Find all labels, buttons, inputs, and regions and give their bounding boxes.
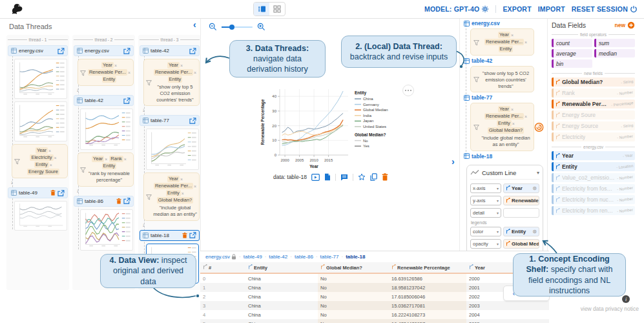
privacy-notice-link[interactable]: view data privacy notice bbox=[581, 306, 639, 312]
delete-table-icon[interactable] bbox=[50, 190, 56, 196]
new-field-button[interactable]: new bbox=[614, 21, 635, 29]
table-card[interactable]: table-42 bbox=[74, 95, 134, 106]
chat-icon[interactable] bbox=[340, 174, 348, 181]
table-card-header[interactable]: table-77 bbox=[140, 115, 200, 126]
model-selector[interactable]: MODEL: GPT-4O bbox=[424, 5, 489, 13]
export-table-icon[interactable] bbox=[123, 48, 130, 54]
operator-chip-average[interactable]: average bbox=[552, 49, 592, 57]
remove-token-icon[interactable]: × bbox=[511, 107, 514, 112]
delete-table-icon[interactable] bbox=[116, 198, 121, 204]
anchor-icon[interactable] bbox=[534, 122, 544, 132]
field-chip[interactable]: Global Median?- String bbox=[552, 78, 635, 87]
field-chip[interactable]: Energy Source- String bbox=[552, 121, 635, 130]
table-card-header[interactable]: table-49 bbox=[8, 187, 68, 198]
remove-token-icon[interactable]: × bbox=[48, 149, 51, 153]
export-table-icon[interactable] bbox=[189, 118, 196, 124]
remove-field-icon[interactable]: ⊗ bbox=[532, 185, 537, 191]
concept-card[interactable]: "show only top 5 CO2 emission countries'… bbox=[470, 66, 534, 92]
file-icon[interactable] bbox=[324, 173, 331, 181]
table-card-header[interactable]: energy.csv bbox=[8, 45, 68, 56]
remove-token-icon[interactable]: × bbox=[194, 70, 196, 75]
remove-token-icon[interactable]: × bbox=[54, 156, 57, 160]
operator-chip-median[interactable]: median bbox=[594, 49, 635, 57]
x-axis-field-slot[interactable]: Year⊗ bbox=[503, 183, 539, 193]
remove-token-icon[interactable]: × bbox=[525, 40, 527, 45]
reset-session-button[interactable]: RESET SESSION bbox=[572, 5, 638, 13]
remove-token-icon[interactable]: × bbox=[511, 33, 514, 37]
field-chip[interactable]: Value_co2_emissions_kt_by...- Number bbox=[552, 173, 635, 182]
field-chip[interactable]: Electricity from fossil fuels (...- Numb… bbox=[552, 184, 635, 193]
table-tab-table-18[interactable]: table-18 bbox=[346, 254, 365, 260]
x-axis-channel-select[interactable]: x-axis▾ bbox=[470, 183, 501, 193]
concept-card[interactable]: Year×Renewable Per...×Entity bbox=[78, 59, 134, 86]
table-card[interactable]: energy.csv bbox=[74, 45, 134, 56]
remove-token-icon[interactable]: × bbox=[180, 177, 183, 182]
remove-token-icon[interactable]: × bbox=[525, 114, 527, 119]
grid-view-icon[interactable] bbox=[269, 3, 285, 16]
concept-card[interactable]: Year×Renewable Per...×Entity bbox=[470, 28, 534, 56]
remove-token-icon[interactable]: × bbox=[194, 184, 196, 189]
table-card-header[interactable]: table-42 bbox=[74, 95, 134, 106]
column-header[interactable]: Renewable Percentage bbox=[389, 262, 466, 273]
thumbnail-size-slider[interactable] bbox=[222, 24, 253, 30]
table-tab-table-42[interactable]: table-42 bbox=[269, 254, 287, 260]
operator-chip-count[interactable]: count bbox=[552, 39, 592, 47]
info-icon[interactable]: i bbox=[622, 295, 630, 303]
collapse-threads-chevron-left-icon[interactable]: ‹ bbox=[193, 20, 196, 29]
slideshow-icon[interactable] bbox=[311, 174, 320, 181]
opacity-field-slot[interactable]: Global Median?⊗ bbox=[503, 239, 539, 249]
color-channel-select[interactable]: color▾ bbox=[470, 227, 501, 236]
export-table-icon[interactable] bbox=[57, 48, 65, 54]
export-table-icon[interactable] bbox=[57, 190, 65, 196]
table-tab-energy.csv[interactable]: energy.csv bbox=[205, 254, 236, 260]
remove-token-icon[interactable]: × bbox=[124, 157, 127, 162]
concept-card[interactable]: Year×Renewable Per...×Entity"show only t… bbox=[143, 59, 200, 106]
table-card[interactable]: table-42 bbox=[140, 45, 200, 56]
field-chip[interactable]: Electricity from renewables ...- Number bbox=[552, 206, 635, 215]
expand-chevron-right-icon[interactable]: › bbox=[452, 157, 455, 166]
chart-thumbnail[interactable] bbox=[14, 201, 67, 231]
field-chip[interactable]: Energy Soure bbox=[552, 110, 635, 120]
zoom-out-icon[interactable] bbox=[209, 23, 217, 31]
remove-token-icon[interactable]: × bbox=[182, 191, 184, 196]
table-card[interactable]: table-49 bbox=[8, 187, 68, 198]
local-table-link[interactable]: table-18 bbox=[464, 153, 494, 160]
remove-token-icon[interactable]: × bbox=[128, 70, 130, 75]
concept-card[interactable]: Year×Rank×Entity"rank by renewable perce… bbox=[78, 152, 134, 187]
slider-knob[interactable] bbox=[229, 25, 234, 30]
table-card[interactable]: table-18 bbox=[140, 230, 200, 241]
field-chip[interactable]: Renewable Percentage- Percentage bbox=[552, 99, 635, 109]
column-header[interactable]: # bbox=[200, 262, 245, 273]
export-table-icon[interactable] bbox=[123, 198, 130, 204]
y-axis-channel-select[interactable]: y-axis▾ bbox=[470, 196, 501, 205]
remove-token-icon[interactable]: × bbox=[114, 63, 117, 68]
remove-token-icon[interactable]: × bbox=[50, 163, 52, 167]
remove-field-icon[interactable]: ⊗ bbox=[532, 229, 537, 234]
remove-token-icon[interactable]: × bbox=[180, 63, 183, 68]
field-chip[interactable]: Entity- Location bbox=[552, 162, 635, 171]
list-view-icon[interactable] bbox=[254, 3, 269, 16]
export-table-icon[interactable] bbox=[189, 48, 196, 54]
table-tab-table-86[interactable]: table-86 bbox=[295, 254, 313, 260]
chart-thumbnail[interactable] bbox=[80, 209, 133, 251]
field-chip[interactable]: Rank- Number bbox=[552, 89, 635, 98]
detail-field-slot[interactable] bbox=[503, 208, 539, 218]
table-card-header[interactable]: energy.csv bbox=[74, 45, 134, 56]
y-axis-field-slot[interactable]: Renewable Per...⊗ bbox=[503, 196, 539, 205]
table-tab-table-49[interactable]: table-49 bbox=[244, 254, 262, 260]
field-chip[interactable]: Electricity- Number bbox=[552, 132, 635, 141]
color-field-slot[interactable]: Entity⊗ bbox=[503, 227, 539, 236]
table-card[interactable]: table-77 bbox=[140, 115, 200, 126]
concept-card[interactable]: Year×Renewable Per...×Entity×Global Medi… bbox=[470, 103, 534, 151]
table-card-header[interactable]: table-86 bbox=[74, 196, 134, 207]
remove-token-icon[interactable]: × bbox=[105, 157, 107, 162]
local-table-link[interactable]: table-42 bbox=[464, 57, 494, 64]
concept-card[interactable]: Year×Electricity×Entity×Energy Soure bbox=[12, 144, 68, 178]
chart-thumbnail[interactable] bbox=[14, 101, 67, 141]
table-card[interactable]: energy.csv bbox=[8, 45, 68, 56]
trash-icon[interactable] bbox=[382, 173, 388, 181]
table-card-header[interactable]: table-42 bbox=[140, 45, 200, 56]
delete-table-icon[interactable] bbox=[182, 233, 187, 238]
column-header[interactable]: Global Median? bbox=[318, 262, 389, 273]
operator-chip-sum[interactable]: sum bbox=[594, 39, 635, 47]
